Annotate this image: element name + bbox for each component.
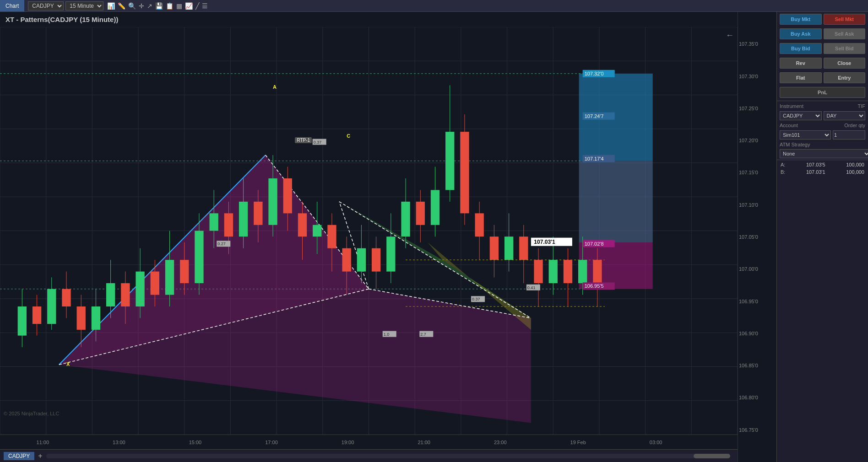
level-a-qty: 100,000: [846, 162, 864, 167]
right-panel: Buy Mkt Sell Mkt Buy Ask Sell Ask Buy Bi…: [776, 12, 868, 462]
label-c: C: [347, 133, 350, 139]
menu-icon[interactable]: ☰: [202, 2, 208, 10]
time-axis-row: 11:00 13:00 15:00 17:00 19:00 21:00 23:0…: [0, 435, 738, 449]
level-a-row: A: 107.03'5 100,000: [777, 161, 868, 168]
level-b-row: B: 107.03'1 100,000: [777, 168, 868, 176]
tif-label: TIF: [858, 103, 866, 109]
buy-sell-ask-row: Buy Ask Sell Ask: [777, 27, 868, 41]
chart-scrollbar[interactable]: [46, 454, 730, 458]
flat-entry-row: Flat Entry: [777, 70, 868, 85]
atm-label: ATM Strategy: [780, 142, 810, 147]
line-icon[interactable]: ╱: [195, 2, 199, 10]
sell-bid-button[interactable]: Sell Bid: [824, 43, 866, 54]
level-b-price: 107.03'1: [806, 169, 825, 175]
level-a-price: 107.03'5: [806, 162, 825, 167]
order-qty-label: Order qty: [844, 123, 865, 128]
pnl-row: PnL: [777, 85, 868, 100]
instrument-label: Instrument: [780, 103, 803, 109]
instrument-tif-labels: Instrument TIF: [777, 102, 868, 110]
time-label-0: 11:00: [37, 440, 49, 445]
close-button[interactable]: Close: [824, 58, 866, 69]
crosshair-icon[interactable]: ✛: [139, 2, 144, 10]
zoom-icon[interactable]: 🔍: [128, 2, 136, 10]
add-tab-button[interactable]: +: [38, 452, 42, 460]
scrollbar-thumb[interactable]: [694, 454, 730, 458]
back-arrow[interactable]: ←: [726, 31, 734, 40]
copyright: © 2025 NinjaTrader, LLC: [4, 411, 59, 416]
level-b-qty: 100,000: [846, 169, 864, 175]
time-label-3: 17:00: [265, 440, 278, 445]
symbol-select[interactable]: CADJPY: [28, 1, 64, 11]
bottom-tab-bar: CADJPY +: [0, 449, 738, 462]
cadjpy-tab[interactable]: CADJPY: [4, 452, 34, 460]
time-axis-price-spacer: [699, 435, 738, 449]
buy-bid-button[interactable]: Buy Bid: [780, 43, 822, 54]
chart-tab[interactable]: Chart: [0, 0, 24, 11]
time-label-2: 15:00: [189, 440, 202, 445]
buy-mkt-button[interactable]: Buy Mkt: [780, 14, 822, 25]
toolbar-icons: 📊 ✏️ 🔍 ✛ ↗ 💾 📋 ▦ 📈 ╱ ☰: [107, 2, 208, 10]
level-a-label: A:: [781, 162, 785, 167]
top-bar: Chart CADJPY 15 Minute 📊 ✏️ 🔍 ✛ ↗ 💾 📋 ▦ …: [0, 0, 868, 12]
buy-sell-mkt-row: Buy Mkt Sell Mkt: [777, 12, 868, 27]
time-label-8: 03:00: [650, 440, 662, 445]
buy-ask-button[interactable]: Buy Ask: [780, 28, 822, 39]
chart-canvas: [0, 27, 738, 435]
chart-area: XT - Patterns(CADJPY (15 Minute)) A C X …: [0, 12, 738, 462]
account-orderqty-labels: Account Order qty: [777, 121, 868, 129]
chart-type-icon[interactable]: 📊: [107, 2, 115, 10]
label-a: A: [273, 84, 277, 90]
time-label-7: 19 Feb: [570, 440, 586, 445]
entry-button[interactable]: Entry: [824, 72, 866, 83]
time-label-6: 23:00: [494, 440, 507, 445]
time-label-4: 19:00: [342, 440, 354, 445]
arrow-icon[interactable]: ↗: [147, 2, 152, 10]
rev-button[interactable]: Rev: [780, 58, 822, 69]
time-label-5: 21:00: [418, 440, 430, 445]
chart-title: XT - Patterns(CADJPY (15 Minute)): [0, 12, 738, 27]
indicator-icon[interactable]: 📈: [185, 2, 193, 10]
time-label-1: 13:00: [113, 440, 125, 445]
template-icon[interactable]: 📋: [166, 2, 174, 10]
interval-select[interactable]: 15 Minute: [65, 1, 103, 11]
sell-mkt-button[interactable]: Sell Mkt: [824, 14, 866, 25]
buy-sell-bid-row: Buy Bid Sell Bid: [777, 41, 868, 56]
flat-button[interactable]: Flat: [780, 72, 822, 83]
price-axis: 107.35'0107.30'0107.25'0107.20'0107.15'0…: [738, 12, 776, 462]
level-b-label: B:: [781, 169, 785, 175]
sell-ask-button[interactable]: Sell Ask: [824, 28, 866, 39]
tif-select[interactable]: DAY: [824, 111, 866, 120]
chart-canvas-container[interactable]: A C X RTP-1 ← © 2025 NinjaTrader, LLC: [0, 27, 738, 435]
label-x: X: [66, 361, 70, 367]
main-content: XT - Patterns(CADJPY (15 Minute)) A C X …: [0, 12, 868, 462]
order-qty-input[interactable]: [833, 130, 865, 140]
label-rtp: RTP-1: [295, 137, 312, 143]
atm-select[interactable]: None: [780, 149, 868, 158]
account-select[interactable]: Sim101: [780, 130, 831, 140]
draw-icon[interactable]: ✏️: [118, 2, 125, 10]
time-axis: 11:00 13:00 15:00 17:00 19:00 21:00 23:0…: [0, 435, 699, 449]
atm-label-row: ATM Strategy: [777, 140, 868, 149]
bar-icon[interactable]: ▦: [176, 2, 182, 10]
rev-close-row: Rev Close: [777, 56, 868, 70]
instrument-select[interactable]: CADJPY: [780, 111, 822, 120]
save-icon[interactable]: 💾: [155, 2, 163, 10]
pnl-button[interactable]: PnL: [780, 87, 865, 98]
account-label: Account: [780, 123, 798, 128]
